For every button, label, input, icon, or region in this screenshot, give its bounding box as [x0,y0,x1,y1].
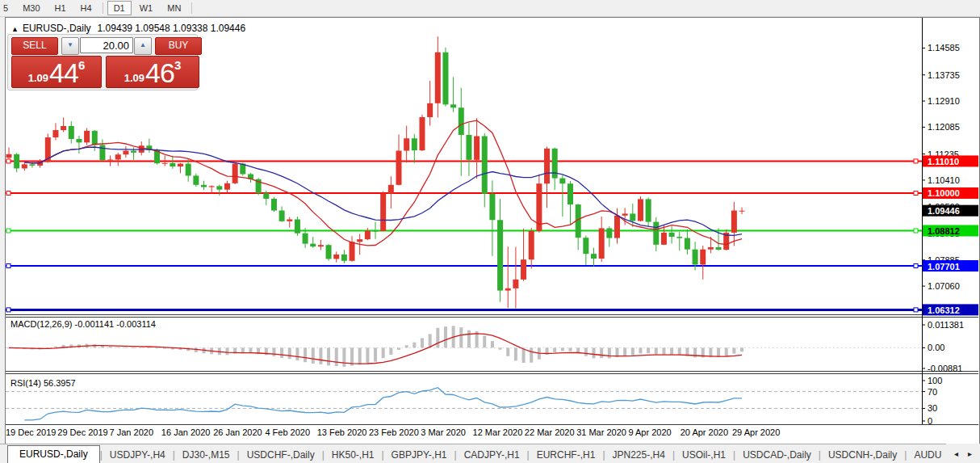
macd-indicator-label: MACD(12,26,9) -0.001141 -0.003114 [10,319,156,329]
candle-body [69,126,74,139]
chart-tabs-bar: EURUSD-,Daily | USDJPY-,H4 | DJ30-,M15 |… [0,444,980,463]
sell-button[interactable]: SELL [11,37,58,55]
tab-usdcnh-daily[interactable]: USDCNH-,Daily [821,447,904,463]
candle-body [739,211,745,212]
price-level-label: 1.09446 [923,205,978,217]
tab-usdcad-daily[interactable]: USDCAD-,Daily [735,447,819,463]
date-axis-labels[interactable]: 19 Dec 201929 Dec 20197 Jan 202016 Jan 2… [6,427,780,437]
collapse-panel-icon[interactable]: ▲ [11,25,19,33]
svg-text:-0.00881: -0.00881 [928,364,962,373]
timeframe-m5[interactable]: 5 [1,1,15,15]
level-line-handle[interactable] [6,308,10,312]
candle-body [482,136,488,193]
candle-body [224,183,230,190]
candle-body [52,130,58,137]
candle-body [209,186,215,187]
level-line-handle[interactable] [914,308,918,312]
timeframe-toolbar: 5 M30 H1 H4 D1 W1 MN [0,0,980,17]
candle-body [435,53,441,103]
candle-body [567,183,573,204]
svg-text:31 Mar 2020: 31 Mar 2020 [576,427,626,437]
volume-increase-button[interactable]: ▲ [134,37,152,55]
level-line-handle[interactable] [6,229,10,233]
candle-body [310,244,316,247]
buy-button[interactable]: BUY [155,37,202,55]
svg-text:0: 0 [928,416,932,426]
volume-input[interactable] [80,37,133,53]
tab-audusd[interactable]: AUDU [907,447,949,463]
tab-usdchf-daily[interactable]: USDCHF-,Daily [240,447,322,463]
buy-price-main: 46 [145,58,174,87]
svg-text:7 Jan 2020: 7 Jan 2020 [110,427,153,437]
candle-body [115,154,121,159]
candle-body [716,247,722,250]
buy-price-box[interactable]: 1.09 46 3 [106,56,199,88]
svg-text:1.11010: 1.11010 [928,157,959,166]
timeframe-h1[interactable]: H1 [48,1,73,15]
candle-body [622,213,628,215]
price-level-label: 1.11010 [923,155,978,166]
candle-body [544,149,550,183]
candle-body [6,154,12,158]
level-line-handle[interactable] [6,191,10,195]
candle-body [84,131,90,142]
level-line-handle[interactable] [914,264,918,268]
candle-body [279,211,285,221]
timeframe-d1[interactable]: D1 [107,1,132,15]
timeframe-mn[interactable]: MN [161,1,187,15]
candle-body [170,163,175,166]
sell-price-main: 44 [49,58,78,87]
candle-body [333,255,339,259]
candle-body [412,138,417,150]
tab-cadjpy-h1[interactable]: CADJPY-,H1 [457,447,527,463]
candle-body [186,164,191,176]
level-line-handle[interactable] [6,159,10,163]
candle-body [178,164,183,167]
price-level-label: 1.08812 [923,225,978,237]
svg-text:1.10000: 1.10000 [928,188,960,198]
candle-body [193,175,199,184]
candle-body [201,185,207,187]
candle-body [599,228,605,259]
candle-body [162,163,168,164]
tab-scroll-left-icon[interactable]: ◂ [949,449,963,458]
tab-eurusd-daily[interactable]: EURUSD-,Daily [7,445,100,463]
timeframe-h4[interactable]: H4 [74,1,98,15]
tab-dj30-m15[interactable]: DJ30-,M15 [175,447,237,463]
horizontal-level-lines[interactable] [6,159,922,312]
tab-hk50-h1[interactable]: HK50-,H1 [325,447,382,463]
sell-price-box[interactable]: 1.09 44 6 [11,56,102,88]
tab-usoil-h1[interactable]: USOil-,H1 [675,447,733,463]
candle-body [287,219,292,221]
candle-body [404,138,409,150]
candle-body [107,159,113,160]
candle-body [29,164,35,166]
level-line-handle[interactable] [914,159,918,163]
volume-decrease-button[interactable]: ▼ [61,37,79,55]
timeframe-w1[interactable]: W1 [133,1,160,15]
level-line-handle[interactable] [914,229,918,233]
candle-body [614,216,620,238]
tab-gbpjpy-h1[interactable]: GBPJPY-,H1 [384,447,454,463]
svg-text:0.00: 0.00 [928,343,944,352]
candle-body [92,131,98,145]
candle-body [700,250,706,265]
level-line-handle[interactable] [914,191,918,195]
svg-text:1.13735: 1.13735 [928,70,960,80]
tab-jpn225-h4[interactable]: JPN225-,H4 [605,447,672,463]
timeframe-m30[interactable]: M30 [16,1,46,15]
trading-app-window: 5 M30 H1 H4 D1 W1 MN 1.145851.137351.129… [0,0,980,463]
tab-scroll-right-icon[interactable]: ▸ [963,449,977,458]
sell-price-pip: 6 [78,58,85,72]
candle-body [669,233,675,237]
svg-text:13 Feb 2020: 13 Feb 2020 [317,427,367,437]
candle-body [271,199,277,210]
svg-text:22 Mar 2020: 22 Mar 2020 [525,427,575,437]
tab-usdjpy-h4[interactable]: USDJPY-,H4 [103,447,173,463]
tab-eurchf-h1[interactable]: EURCHF-,H1 [530,447,603,463]
candle-body [131,151,136,153]
svg-text:1.07060: 1.07060 [928,281,960,291]
svg-text:1.14585: 1.14585 [928,43,960,53]
level-line-handle[interactable] [6,264,10,268]
candle-body [466,135,471,160]
